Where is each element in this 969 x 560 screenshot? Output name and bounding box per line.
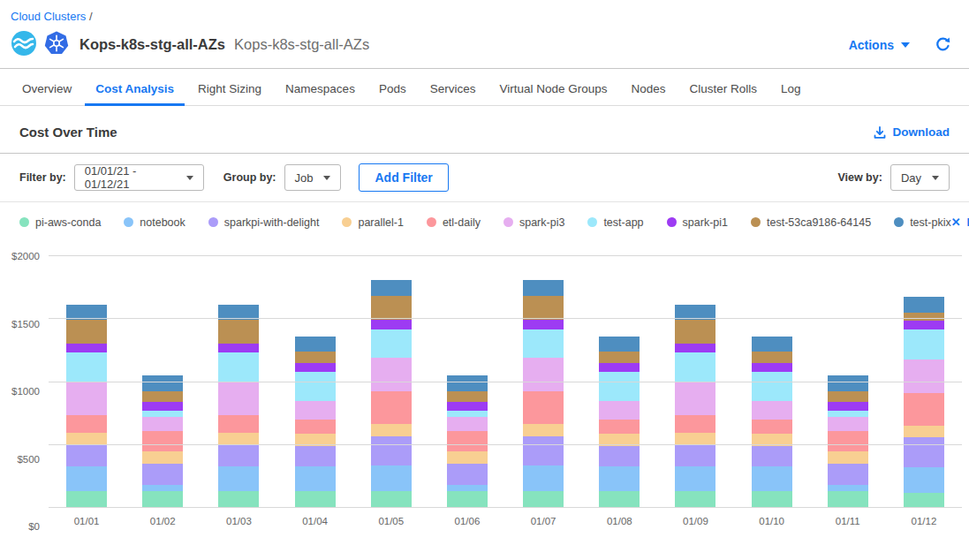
bar-segment-spark-pi1[interactable] — [142, 402, 183, 412]
bar-segment-sparkpi-with-delight[interactable] — [523, 436, 564, 465]
date-range-select[interactable]: 01/01/21 - 01/12/21 — [74, 164, 204, 191]
bar-segment-notebook[interactable] — [752, 466, 792, 492]
bar-segment-parallel-1[interactable] — [218, 433, 259, 445]
bar-segment-sparkpi-with-delight[interactable] — [218, 444, 259, 466]
refresh-icon[interactable] — [935, 36, 951, 53]
bar-segment-test-pkix[interactable] — [599, 337, 640, 352]
bar-segment-spark-pi1[interactable] — [66, 344, 107, 352]
group-by-select[interactable]: Job — [284, 164, 342, 191]
tab-virtual-node-groups[interactable]: Virtual Node Groups — [488, 73, 617, 106]
bar-segment-spark-pi1[interactable] — [752, 363, 792, 372]
bar-segment-test-pkix[interactable] — [904, 297, 944, 313]
bar-segment-sparkpi-with-delight[interactable] — [447, 464, 488, 485]
tab-pods[interactable]: Pods — [368, 73, 417, 106]
bar-segment-parallel-1[interactable] — [66, 433, 107, 445]
bar-segment-test-app[interactable] — [675, 352, 715, 382]
bar-segment-notebook[interactable] — [599, 466, 640, 492]
bar-segment-etl-daily[interactable] — [523, 391, 564, 424]
bar-segment-spark-pi3[interactable] — [599, 401, 640, 420]
bar-segment-notebook[interactable] — [142, 485, 183, 491]
bar-segment-test-53ca9186-64145[interactable] — [523, 296, 564, 320]
bar-segment-pi-aws-conda[interactable] — [447, 491, 488, 508]
bar-segment-parallel-1[interactable] — [371, 424, 412, 436]
bar-segment-test-53ca9186-64145[interactable] — [828, 391, 868, 402]
bar-segment-spark-pi3[interactable] — [904, 359, 944, 393]
legend-item-pi-aws-conda[interactable]: pi-aws-conda — [19, 216, 101, 229]
bar-segment-notebook[interactable] — [295, 466, 336, 492]
bar-segment-spark-pi1[interactable] — [371, 320, 412, 329]
bar-segment-test-53ca9186-64145[interactable] — [66, 320, 107, 344]
bar-segment-notebook[interactable] — [675, 466, 715, 492]
bar-segment-test-53ca9186-64145[interactable] — [142, 391, 183, 402]
bar-segment-sparkpi-with-delight[interactable] — [142, 464, 183, 485]
bar-segment-spark-pi3[interactable] — [752, 401, 792, 420]
bar-segment-etl-daily[interactable] — [142, 431, 183, 451]
bar-segment-spark-pi1[interactable] — [904, 321, 944, 329]
bar-segment-test-app[interactable] — [218, 352, 259, 382]
bar-segment-test-app[interactable] — [66, 352, 107, 382]
bar-segment-test-pkix[interactable] — [295, 337, 336, 352]
bar-segment-test-app[interactable] — [295, 372, 336, 401]
bar-segment-test-53ca9186-64145[interactable] — [675, 320, 715, 344]
bar-segment-etl-daily[interactable] — [447, 431, 488, 451]
bar-segment-test-app[interactable] — [447, 411, 488, 417]
bar-segment-notebook[interactable] — [66, 466, 107, 492]
bar-segment-spark-pi1[interactable] — [447, 402, 488, 412]
bar-segment-pi-aws-conda[interactable] — [675, 491, 715, 508]
deselect-all-button[interactable]: ✕ Deselect All — [951, 216, 969, 229]
bar-segment-test-53ca9186-64145[interactable] — [447, 391, 488, 402]
bar-segment-parallel-1[interactable] — [523, 424, 564, 436]
bar-segment-parallel-1[interactable] — [675, 433, 715, 445]
bar-segment-sparkpi-with-delight[interactable] — [675, 444, 715, 466]
tab-log[interactable]: Log — [770, 73, 812, 106]
bar-segment-test-app[interactable] — [828, 411, 868, 417]
bar-segment-spark-pi3[interactable] — [447, 417, 488, 431]
bar-segment-notebook[interactable] — [371, 465, 412, 491]
bar-segment-etl-daily[interactable] — [295, 420, 336, 434]
bar-segment-pi-aws-conda[interactable] — [371, 491, 412, 508]
bar-segment-test-pkix[interactable] — [371, 280, 412, 296]
bar-segment-etl-daily[interactable] — [599, 420, 640, 434]
download-button[interactable]: Download — [873, 125, 950, 140]
bar-segment-parallel-1[interactable] — [142, 451, 183, 464]
breadcrumb-cloud-clusters[interactable]: Cloud Clusters — [11, 10, 86, 23]
bar-segment-pi-aws-conda[interactable] — [295, 491, 336, 508]
bar-segment-test-53ca9186-64145[interactable] — [295, 352, 336, 364]
legend-item-parallel-1[interactable]: parallel-1 — [342, 216, 403, 229]
tab-nodes[interactable]: Nodes — [621, 73, 677, 106]
bar-segment-pi-aws-conda[interactable] — [218, 491, 259, 508]
bar-segment-sparkpi-with-delight[interactable] — [904, 437, 944, 467]
bar-segment-etl-daily[interactable] — [675, 415, 715, 432]
legend-item-spark-pi3[interactable]: spark-pi3 — [503, 216, 564, 229]
tab-cluster-rolls[interactable]: Cluster Rolls — [679, 73, 768, 106]
tab-right-sizing[interactable]: Right Sizing — [187, 73, 272, 106]
bar-segment-pi-aws-conda[interactable] — [828, 491, 868, 508]
bar-segment-spark-pi3[interactable] — [218, 382, 259, 416]
bar-segment-pi-aws-conda[interactable] — [904, 493, 944, 508]
legend-item-test-53ca9186-64145[interactable]: test-53ca9186-64145 — [751, 216, 871, 229]
legend-item-test-app[interactable]: test-app — [587, 216, 643, 229]
bar-segment-spark-pi3[interactable] — [142, 417, 183, 431]
bar-segment-sparkpi-with-delight[interactable] — [66, 444, 107, 466]
bar-segment-sparkpi-with-delight[interactable] — [828, 464, 868, 485]
legend-item-spark-pi1[interactable]: spark-pi1 — [667, 216, 728, 229]
bar-segment-spark-pi3[interactable] — [828, 417, 868, 431]
bar-segment-spark-pi3[interactable] — [295, 401, 336, 420]
bar-segment-etl-daily[interactable] — [371, 391, 412, 424]
bar-segment-test-pkix[interactable] — [142, 375, 183, 390]
legend-item-sparkpi-with-delight[interactable]: sparkpi-with-delight — [208, 216, 320, 229]
bar-segment-spark-pi3[interactable] — [371, 358, 412, 391]
bar-segment-test-pkix[interactable] — [523, 280, 564, 296]
bar-segment-spark-pi1[interactable] — [218, 344, 259, 352]
bar-segment-test-pkix[interactable] — [828, 375, 868, 390]
bar-segment-test-pkix[interactable] — [447, 375, 488, 390]
legend-item-notebook[interactable]: notebook — [124, 216, 185, 229]
bar-segment-test-53ca9186-64145[interactable] — [904, 313, 944, 321]
bar-segment-parallel-1[interactable] — [447, 451, 488, 464]
bar-segment-test-53ca9186-64145[interactable] — [752, 352, 792, 364]
view-by-select[interactable]: Day — [890, 164, 950, 191]
bar-segment-spark-pi1[interactable] — [828, 402, 868, 412]
bar-segment-test-app[interactable] — [371, 329, 412, 357]
bar-segment-etl-daily[interactable] — [752, 420, 792, 434]
bar-segment-parallel-1[interactable] — [904, 426, 944, 437]
